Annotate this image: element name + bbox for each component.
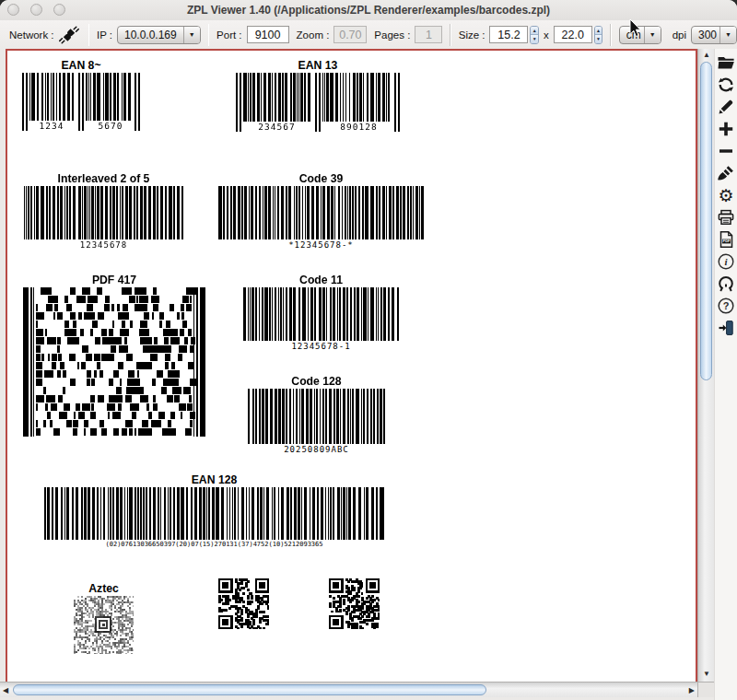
chevron-down-icon: ▼ [183, 27, 200, 43]
scroll-right-icon[interactable]: ▶ [689, 687, 695, 694]
barcode-digits-right: 890128 [329, 122, 388, 132]
ip-select-value: 10.0.0.169 [118, 29, 183, 41]
pages-label: Pages : [374, 29, 410, 41]
barcode-image [248, 389, 385, 444]
barcode-title: Code 39 [225, 171, 418, 186]
barcode-title: Interleaved 2 of 5 [29, 171, 179, 186]
scroll-up-icon[interactable]: ▲ [703, 52, 710, 59]
barcode-code11: Code 1112345678-1 [243, 273, 399, 351]
barcode-image [23, 287, 205, 437]
barcode-ean13: EAN 13234567890128 [236, 58, 400, 132]
svg-text:PDF: PDF [723, 239, 731, 243]
zoom-input [333, 26, 367, 43]
toolbar-separator [88, 24, 89, 46]
minimize-button[interactable] [30, 4, 42, 16]
barcode-image [329, 578, 380, 629]
network-plug-icon[interactable] [59, 26, 79, 44]
toolbar-separator [208, 24, 209, 46]
barcode-qr2 [329, 578, 380, 629]
barcode-aztec: Aztec [74, 581, 134, 654]
port-input[interactable] [247, 26, 289, 43]
barcode-title: PDF 417 [29, 273, 200, 287]
size-width-input[interactable] [489, 26, 528, 43]
gear-icon[interactable]: ⚙ [717, 186, 735, 204]
scroll-left-icon[interactable]: ◀ [3, 687, 8, 694]
size-x-label: x [544, 29, 549, 41]
pdf-icon[interactable]: PDF [717, 230, 735, 249]
barcode-value: (02)07613036650397(20)07(15)270131(37)47… [44, 541, 384, 548]
folder-open-icon[interactable] [717, 53, 735, 72]
pages-input [415, 26, 442, 43]
help-icon[interactable]: ? [717, 297, 735, 315]
size-width-stepper[interactable]: ▲▼ [530, 26, 539, 44]
barcode-image [243, 287, 399, 341]
scroll-down-icon[interactable]: ▼ [703, 671, 710, 678]
barcode-value: 20250809ABC [248, 445, 385, 454]
zoom-label: Zoom : [297, 29, 330, 41]
refresh-icon[interactable] [717, 76, 735, 94]
toolbar: Network : IP : 10.0.0.169 ▼ Port : Zoom … [0, 20, 737, 49]
barcode-image [74, 596, 134, 654]
size-label: Size : [459, 29, 485, 41]
barcode-code128: Code 12820250809ABC [248, 374, 385, 454]
toolbar-separator [450, 24, 450, 46]
barcode-title: EAN 128 [54, 472, 374, 487]
size-height-input[interactable] [554, 26, 592, 43]
vertical-scroll-thumb[interactable] [700, 62, 712, 380]
network-label: Network : [9, 29, 54, 41]
chevron-down-icon: ▼ [644, 27, 661, 43]
barcode-pdf417: PDF 417 [23, 273, 205, 437]
chevron-down-icon: ▼ [719, 27, 736, 43]
barcode-value: 12345678 [24, 240, 183, 250]
zoom-button[interactable] [53, 4, 65, 16]
barcode-value: *12345678-* [218, 240, 424, 250]
barcode-image [218, 578, 269, 629]
circle-r-icon[interactable] [717, 274, 735, 293]
dpi-select[interactable]: 300 ▼ [691, 26, 737, 44]
horizontal-scroll-thumb[interactable] [13, 684, 486, 695]
svg-text:?: ? [723, 300, 730, 311]
barcode-title: Aztec [76, 581, 132, 596]
scrollbar-corner [697, 682, 714, 697]
mouse-cursor [629, 18, 642, 41]
app-window: ZPL Viewer 1.40 (/Applications/ZPL Rende… [0, 0, 737, 700]
printer-icon[interactable] [717, 208, 735, 227]
label-preview-canvas: EAN 8~12345670EAN 13234567890128Interlea… [6, 49, 697, 682]
dpi-select-value: 300 [692, 29, 719, 41]
barcode-i2of5: Interleaved 2 of 512345678 [24, 171, 183, 250]
barcode-title: Code 11 [248, 273, 394, 287]
barcode-image [44, 487, 384, 540]
plus-icon[interactable] [717, 120, 735, 138]
barcode-image [24, 186, 183, 239]
titlebar: ZPL Viewer 1.40 (/Applications/ZPL Rende… [0, 0, 737, 21]
ip-select[interactable]: 10.0.0.169 ▼ [117, 26, 201, 44]
barcode-digits-right: 5670 [89, 121, 132, 131]
horizontal-scrollbar[interactable]: ◀ ▶ [0, 682, 697, 697]
barcode-ean128: EAN 128(02)07613036650397(20)07(15)27013… [44, 472, 384, 548]
traffic-lights [7, 4, 65, 16]
barcode-title: EAN 13 [240, 58, 394, 73]
info-icon[interactable]: i [717, 252, 735, 271]
window-title: ZPL Viewer 1.40 (/Applications/ZPL Rende… [0, 4, 737, 17]
barcode-qr1 [218, 578, 269, 629]
barcode-digits-left: 234567 [247, 122, 306, 132]
barcode-code39: Code 39*12345678-* [218, 171, 424, 250]
barcode-value: 12345678-1 [243, 342, 399, 351]
exit-icon[interactable] [717, 319, 735, 337]
barcode-title: EAN 8~ [26, 58, 136, 73]
size-height-stepper[interactable]: ▲▼ [594, 26, 603, 44]
pencil-icon[interactable] [717, 98, 735, 116]
barcode-title: Code 128 [252, 374, 380, 389]
minus-icon[interactable] [717, 142, 735, 160]
barcode-ean8: EAN 8~12345670 [22, 58, 140, 131]
svg-text:i: i [724, 256, 728, 267]
brush-icon[interactable] [717, 164, 735, 182]
dpi-label: dpi [673, 29, 686, 41]
close-button[interactable] [7, 4, 19, 16]
barcode-image [218, 186, 424, 239]
toolbar-separator [610, 24, 611, 46]
barcode-digits-left: 1234 [30, 121, 73, 131]
ip-label: IP : [97, 29, 112, 41]
vertical-scrollbar[interactable]: ▲ ▼ [697, 49, 714, 682]
port-label: Port : [216, 29, 241, 41]
